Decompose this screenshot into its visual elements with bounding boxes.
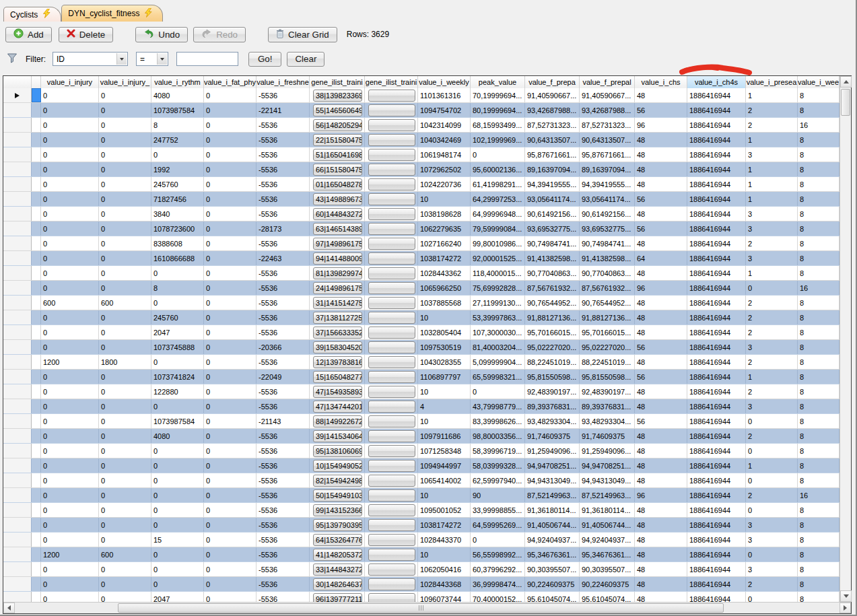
cell[interactable]: 33|144843272 bbox=[310, 562, 365, 576]
column-header-gene_ilist_traini[interactable]: gene_ilist_traini bbox=[365, 76, 418, 88]
cell[interactable]: 95,61045074... bbox=[525, 592, 580, 602]
undo-button[interactable]: Undo bbox=[135, 27, 188, 42]
cell[interactable] bbox=[365, 518, 418, 532]
cell[interactable]: 1095001052 bbox=[418, 503, 471, 517]
cell[interactable]: 3 bbox=[746, 147, 798, 162]
cell[interactable]: 0 bbox=[471, 147, 525, 162]
cell[interactable]: 0 bbox=[99, 221, 151, 236]
cell[interactable]: 95,70166015... bbox=[580, 325, 635, 339]
cell-stub[interactable] bbox=[32, 414, 41, 428]
training-list-button[interactable] bbox=[368, 563, 415, 576]
cell[interactable]: 95,70166015... bbox=[525, 325, 580, 339]
cell[interactable]: 92,48390197... bbox=[580, 384, 635, 399]
cell[interactable]: 1886416944 bbox=[687, 592, 746, 602]
cell[interactable]: 1097530519 bbox=[418, 340, 471, 354]
training-list-button[interactable] bbox=[368, 208, 415, 220]
cell[interactable]: 8 bbox=[798, 207, 839, 221]
cell[interactable]: 0 bbox=[204, 266, 256, 280]
cell[interactable]: 96 bbox=[635, 118, 687, 132]
cell[interactable]: 89,16397094... bbox=[525, 162, 580, 176]
row-header[interactable] bbox=[3, 325, 32, 339]
cell[interactable]: 8 bbox=[798, 562, 839, 576]
cell[interactable] bbox=[365, 355, 418, 369]
cell[interactable]: 2 bbox=[746, 384, 798, 399]
cell[interactable]: 0 bbox=[41, 207, 99, 221]
column-header-value_i_freshne[interactable]: value_i_freshne bbox=[256, 76, 310, 88]
cell[interactable]: 1071258348 bbox=[418, 444, 471, 458]
delete-button[interactable]: Delete bbox=[59, 27, 114, 42]
cell[interactable]: 56,55998992... bbox=[471, 547, 525, 561]
cell[interactable]: 2 bbox=[746, 296, 798, 310]
cell[interactable]: -28173 bbox=[256, 221, 310, 236]
training-list-button[interactable] bbox=[368, 327, 415, 339]
cell[interactable]: 1610866688 bbox=[151, 251, 204, 265]
cell[interactable]: 1886416944 bbox=[687, 547, 746, 561]
cell[interactable]: 1992 bbox=[151, 162, 204, 176]
cell[interactable]: 0 bbox=[41, 266, 99, 280]
cell[interactable]: 1028443362 bbox=[418, 266, 471, 280]
cell[interactable]: 118,4000015... bbox=[471, 266, 525, 280]
scroll-down-button[interactable] bbox=[840, 590, 852, 602]
training-list-button[interactable] bbox=[368, 134, 415, 146]
cell[interactable]: 1886416944 bbox=[687, 533, 746, 547]
cell[interactable] bbox=[365, 177, 418, 191]
cell-stub[interactable] bbox=[32, 266, 41, 280]
cell-stub[interactable] bbox=[32, 281, 41, 295]
cell[interactable]: 90,224609375 bbox=[580, 577, 635, 591]
cell[interactable]: 91,36180114... bbox=[580, 503, 635, 517]
cell[interactable]: 93,48293304... bbox=[580, 414, 635, 428]
cell[interactable]: 0 bbox=[151, 547, 204, 561]
cell[interactable]: -5536 bbox=[256, 162, 310, 176]
cell[interactable]: 93,42687988... bbox=[580, 103, 635, 117]
cell[interactable]: 8 bbox=[798, 592, 839, 602]
cell[interactable]: 1886416944 bbox=[687, 458, 746, 473]
cell-stub[interactable] bbox=[32, 429, 41, 443]
cell-stub[interactable] bbox=[32, 488, 41, 502]
horizontal-scrollbar[interactable] bbox=[3, 602, 851, 613]
add-button[interactable]: Add bbox=[5, 27, 52, 42]
training-list-button[interactable] bbox=[368, 415, 415, 427]
cell[interactable]: 65,59998321... bbox=[471, 370, 525, 384]
cell[interactable]: 36,99998474... bbox=[471, 577, 525, 591]
cell[interactable]: 90,64313507... bbox=[580, 133, 635, 147]
training-list-button[interactable]: 60|144843272 bbox=[313, 208, 362, 220]
cell[interactable]: -5536 bbox=[256, 547, 310, 561]
cell[interactable]: 0 bbox=[99, 458, 151, 473]
cell[interactable]: 62,59997940... bbox=[471, 473, 525, 487]
cell[interactable]: 47|154935893 bbox=[310, 384, 365, 399]
training-list-button[interactable] bbox=[368, 534, 415, 546]
cell[interactable]: 48 bbox=[635, 133, 687, 147]
cell[interactable]: 0 bbox=[41, 577, 99, 591]
cell[interactable]: 1886416944 bbox=[687, 133, 746, 147]
cell[interactable]: 88,22451019... bbox=[525, 355, 580, 369]
cell[interactable]: 1200 bbox=[41, 355, 99, 369]
cell[interactable]: 1038174272 bbox=[418, 518, 471, 532]
training-list-button[interactable]: 81|139829974 bbox=[313, 267, 362, 279]
cell[interactable]: 0 bbox=[204, 251, 256, 265]
cell[interactable]: 94,39419555... bbox=[580, 177, 635, 191]
cell[interactable] bbox=[365, 310, 418, 324]
cell[interactable]: 93,05641174... bbox=[525, 192, 580, 206]
training-list-button[interactable] bbox=[368, 460, 415, 472]
cell[interactable]: 83,39998626... bbox=[471, 414, 525, 428]
training-list-button[interactable] bbox=[368, 312, 415, 324]
cell[interactable]: 98,80003356... bbox=[471, 429, 525, 443]
cell[interactable] bbox=[365, 133, 418, 147]
column-header-value_i_presea[interactable]: value_i_presea bbox=[746, 76, 798, 88]
cell[interactable]: 8 bbox=[798, 88, 839, 102]
training-list-button[interactable]: 50|154949103 bbox=[313, 489, 362, 502]
cell[interactable]: 96|139777211 bbox=[310, 592, 365, 602]
cell[interactable]: 89,39376831... bbox=[525, 399, 580, 413]
cell[interactable] bbox=[365, 399, 418, 413]
cell[interactable]: 0 bbox=[151, 266, 204, 280]
cell[interactable]: 1886416944 bbox=[687, 384, 746, 399]
cell[interactable]: 8 bbox=[798, 251, 839, 265]
filter-value-input[interactable] bbox=[176, 52, 238, 66]
cell[interactable]: 1886416944 bbox=[687, 236, 746, 250]
cell[interactable]: 1886416944 bbox=[687, 88, 746, 102]
cell[interactable]: 0 bbox=[41, 162, 99, 176]
cell[interactable]: 1 bbox=[746, 133, 798, 147]
training-list-button[interactable] bbox=[368, 104, 415, 116]
cell[interactable]: 1 bbox=[746, 162, 798, 176]
column-header-value_f_prepal[interactable]: value_f_prepal bbox=[580, 76, 635, 88]
